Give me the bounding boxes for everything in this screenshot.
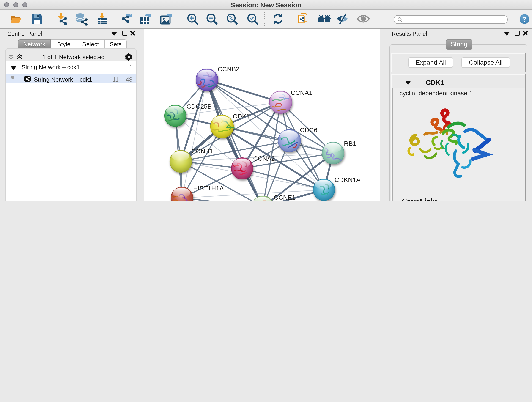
svg-text:CDKN1A: CDKN1A	[335, 176, 361, 183]
svg-text:CCNB2: CCNB2	[218, 65, 239, 72]
svg-text:HIST1H1A: HIST1H1A	[193, 185, 224, 191]
svg-text:RB1: RB1	[344, 140, 356, 147]
svg-text:CDK1: CDK1	[233, 113, 250, 120]
svg-text:CCNB1: CCNB1	[191, 147, 213, 154]
svg-text:CDC25B: CDC25B	[186, 103, 212, 110]
svg-text:CCNA2: CCNA2	[253, 155, 275, 162]
svg-text:CDC6: CDC6	[300, 126, 317, 133]
svg-text:CCNA1: CCNA1	[291, 89, 312, 96]
svg-text:CCNE1: CCNE1	[274, 194, 296, 201]
